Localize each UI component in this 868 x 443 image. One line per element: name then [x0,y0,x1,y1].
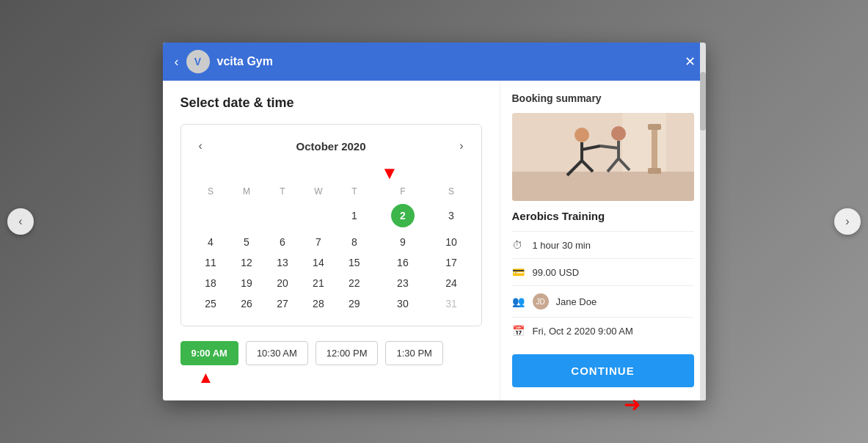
calendar-table: S M T W T F S 12345678910111213141516171… [193,183,470,314]
svg-rect-2 [622,113,666,172]
carousel-next-button[interactable]: › [834,208,861,235]
datetime-detail: 📅 Fri, Oct 2 2020 9:00 AM [512,317,694,344]
scrollbar[interactable] [700,81,706,400]
day-header-tue: T [264,183,300,199]
chevron-right-icon: › [845,215,849,228]
day-header-sat: S [433,183,469,199]
duration-detail: ⏱ 1 hour 30 min [512,231,694,258]
calendar-day [228,199,264,232]
continue-button[interactable]: CONTINUE [512,354,694,387]
close-button[interactable]: ✕ [685,55,696,68]
section-title: Select date & time [180,95,482,111]
calendar-icon: 📅 [512,325,525,337]
calendar-day[interactable]: 14 [300,252,336,273]
calendar-day[interactable]: 11 [193,252,229,273]
time-slot[interactable]: 9:00 AM [180,341,238,365]
calendar-day[interactable]: 18 [193,273,229,293]
calendar-day[interactable]: 28 [300,293,336,314]
time-slot[interactable]: 12:00 PM [316,341,379,365]
day-header-mon: M [228,183,264,199]
calendar-next-button[interactable]: › [453,136,469,155]
calendar-day[interactable]: 17 [433,252,469,273]
back-button[interactable]: ‹ [175,55,179,68]
brand-logo: V [186,50,210,73]
svg-rect-13 [652,128,657,172]
time-indicator-arrow: ▲ [198,370,482,386]
calendar-day[interactable]: 22 [336,273,372,293]
calendar-day[interactable]: 8 [336,232,372,252]
price-detail: 💳 99.00 USD [512,258,694,285]
calendar-day[interactable]: 24 [433,273,469,293]
chevron-left-icon: ‹ [18,215,22,228]
svg-point-8 [611,126,626,141]
calendar-day[interactable]: 4 [193,232,229,252]
calendar-day[interactable]: 10 [433,232,469,252]
svg-point-3 [575,128,589,142]
svg-rect-14 [648,124,661,130]
calendar: ‹ October 2020 › ▼ S M T W T [180,124,482,326]
svg-rect-1 [512,172,694,201]
svg-rect-15 [648,168,661,174]
calendar-day[interactable]: 15 [336,252,372,273]
calendar-day[interactable]: 12 [228,252,264,273]
carousel-prev-button[interactable]: ‹ [7,208,34,235]
service-image [512,113,694,201]
calendar-nav: ‹ October 2020 › [193,136,470,155]
scrollbar-thumb[interactable] [700,81,706,131]
continue-arrow-indicator: ➜ [624,395,641,415]
calendar-day [300,199,336,232]
day-header-fri: F [372,183,433,199]
clock-icon: ⏱ [512,239,525,251]
left-panel: Select date & time ‹ October 2020 › ▼ S [163,81,500,400]
calendar-day[interactable]: 26 [228,293,264,314]
calendar-day[interactable]: 5 [228,232,264,252]
calendar-prev-button[interactable]: ‹ [193,136,208,155]
calendar-day[interactable]: 27 [264,293,300,314]
price-text: 99.00 USD [533,267,580,278]
calendar-day[interactable]: 30 [372,293,433,314]
calendar-day[interactable]: 20 [264,273,300,293]
booking-summary-title: Booking summary [512,92,694,104]
calendar-day[interactable]: 1 [336,199,372,232]
modal-header: ‹ V vcita Gym ✕ [163,43,706,81]
provider-detail: 👥 JD Jane Doe [512,285,694,317]
calendar-day[interactable]: 25 [193,293,229,314]
day-header-wed: W [300,183,336,199]
calendar-day[interactable]: 19 [228,273,264,293]
calendar-month-label: October 2020 [296,140,365,153]
day-header-sun: S [193,183,229,199]
calendar-day[interactable]: 21 [300,273,336,293]
calendar-day [193,199,229,232]
provider-avatar: JD [533,293,549,310]
time-slot[interactable]: 1:30 PM [385,341,442,365]
provider-name: Jane Doe [556,296,597,307]
calendar-day[interactable]: 31 [433,293,469,314]
date-indicator-arrow: ▼ [381,164,398,182]
payment-icon: 💳 [512,266,525,278]
duration-text: 1 hour 30 min [533,240,591,251]
calendar-day[interactable]: 29 [336,293,372,314]
calendar-day[interactable]: 9 [372,232,433,252]
calendar-day [264,199,300,232]
time-slot[interactable]: 10:30 AM [246,341,308,365]
calendar-day[interactable]: 16 [372,252,433,273]
day-header-thu: T [336,183,372,199]
calendar-day[interactable]: 7 [300,232,336,252]
modal-title: vcita Gym [217,55,273,68]
booking-modal: ‹ V vcita Gym ✕ Select date & time ‹ Oct… [163,43,706,400]
calendar-day[interactable]: 3 [433,199,469,232]
datetime-text: Fri, Oct 2 2020 9:00 AM [533,326,633,337]
right-panel: Booking summary [500,81,706,400]
time-slots-container: 9:00 AM10:30 AM12:00 PM1:30 PM [180,341,482,365]
modal-body: Select date & time ‹ October 2020 › ▼ S [163,81,706,400]
calendar-day[interactable]: 6 [264,232,300,252]
calendar-day[interactable]: 2 [372,199,433,232]
calendar-day[interactable]: 23 [372,273,433,293]
calendar-day[interactable]: 13 [264,252,300,273]
people-icon: 👥 [512,296,525,307]
service-name: Aerobics Training [512,210,694,222]
